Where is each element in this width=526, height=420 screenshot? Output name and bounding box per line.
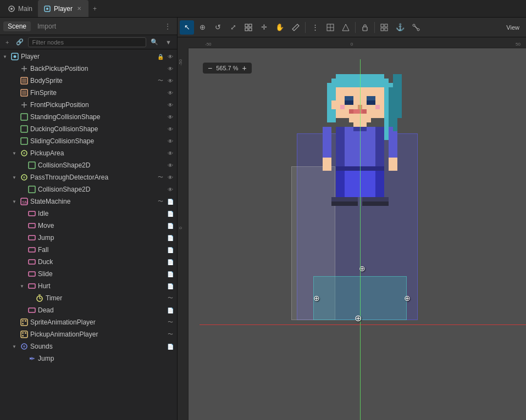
snap1-button[interactable]: ⋮	[308, 20, 322, 35]
left-panel: Scene Import ⋮ + 🔗 🔍 ▼ ▼ Player	[0, 18, 178, 420]
tree-item-passthrough-collision[interactable]: ▶ CollisionShape2D 👁	[0, 183, 177, 195]
tree-item-duck[interactable]: ▶ Duck 📄	[0, 256, 177, 268]
pivot-button[interactable]: ✛	[257, 20, 271, 35]
select-tool-button[interactable]: ↖	[180, 20, 194, 35]
zoom-out-button[interactable]: −	[206, 64, 214, 72]
tree-label-statemachine: StateMachine	[30, 198, 156, 205]
panel-tab-scene[interactable]: Scene	[3, 21, 31, 31]
tree-item-idle[interactable]: ▶ Idle 📄	[0, 208, 177, 220]
eye-icon-pickuparea[interactable]: 👁	[166, 149, 175, 158]
tree-item-slide[interactable]: ▶ Slide 📄	[0, 268, 177, 280]
bone-button[interactable]	[409, 20, 423, 35]
tab-player[interactable]: Player ✕	[38, 0, 88, 17]
filter-input[interactable]	[28, 37, 146, 47]
tree-item-pickuparea[interactable]: ▼ PickupArea 👁	[0, 147, 177, 159]
eye-icon-ducking[interactable]: 👁	[166, 125, 175, 133]
vis1-button[interactable]	[377, 20, 391, 35]
svg-rect-15	[21, 126, 27, 132]
expand-sounds[interactable]: ▼	[10, 343, 18, 350]
panel-menu-icon[interactable]: ⋮	[162, 21, 174, 31]
script-icon-duck: 📄	[166, 257, 175, 266]
eye-icon-bodysprite[interactable]: 👁	[166, 76, 175, 85]
tree-label-dead: Dead	[38, 306, 166, 314]
scale-tool-button[interactable]: ⤢	[226, 20, 240, 35]
icon-backpickup	[20, 64, 29, 73]
tree-item-statemachine[interactable]: ▼ SM StateMachine 〜 📄	[0, 195, 177, 208]
view-button[interactable]: View	[502, 23, 524, 32]
tree-item-standingcollision[interactable]: ▶ StandingCollisionShape 👁	[0, 111, 177, 123]
snap2-button[interactable]	[323, 20, 337, 35]
eye-icon-passthrough[interactable]: 👁	[166, 173, 175, 182]
tree-item-fall[interactable]: ▶ Fall 📄	[0, 244, 177, 256]
expand-hurt[interactable]: ▼	[18, 282, 26, 290]
svg-rect-40	[22, 323, 24, 324]
tree-item-backpickup[interactable]: ▶ BackPickupPosition 👁	[0, 63, 177, 75]
handle-left[interactable]: ⊕	[313, 294, 320, 303]
pan-tool-button[interactable]: ✋	[272, 20, 287, 35]
svg-point-21	[23, 176, 25, 178]
script-icon-jump: 📄	[166, 233, 175, 242]
eye-icon-pickup-col[interactable]: 👁	[166, 161, 175, 170]
zoom-in-button[interactable]: +	[241, 64, 248, 72]
svg-rect-16	[21, 138, 27, 144]
expand-pickuparea[interactable]: ▼	[10, 149, 18, 157]
tree-item-passthrough[interactable]: ▼ PassThroughDetectorArea 〜 👁	[0, 171, 177, 183]
tab-main-label: Main	[18, 5, 32, 13]
tree-item-pickupanimation[interactable]: ▶ PickupAnimationPlayer 〜	[0, 328, 177, 340]
expand-statemachine[interactable]: ▼	[10, 198, 18, 205]
tree-item-timer[interactable]: ▶ Timer 〜	[0, 292, 177, 304]
tree-item-jump[interactable]: ▶ Jump 📄	[0, 232, 177, 244]
tree-item-move[interactable]: ▶ Move 📄	[0, 220, 177, 232]
ruler-tool-button[interactable]	[289, 20, 303, 35]
icon-pickupanimation	[20, 330, 29, 339]
move-tool-button[interactable]: ⊕	[195, 20, 209, 35]
svg-rect-27	[29, 236, 35, 240]
icon-passthrough	[20, 173, 29, 182]
tab-add-button[interactable]: +	[88, 3, 101, 15]
filter-options-button[interactable]: ▼	[163, 37, 174, 47]
crosshair-horizontal	[200, 324, 526, 325]
lock-icon: 🔒	[156, 52, 165, 61]
eye-icon-passthrough-col[interactable]: 👁	[166, 185, 175, 194]
tree-item-frontpickup[interactable]: ▶ FrontPickupPosition 👁	[0, 99, 177, 111]
icon-player	[10, 52, 19, 61]
tree-item-jump-sound[interactable]: ▶ Jump	[0, 352, 177, 365]
script-icon-slide: 📄	[166, 270, 175, 278]
search-button[interactable]: 🔍	[148, 37, 161, 47]
tab-main[interactable]: Main	[2, 0, 38, 17]
tree-label-jump: Jump	[38, 234, 166, 242]
eye-icon-sliding[interactable]: 👁	[166, 137, 175, 145]
tree-item-sounds[interactable]: ▼ Sounds 📄	[0, 340, 177, 352]
panel-tab-import[interactable]: Import	[33, 21, 60, 31]
eye-icon-backpickup[interactable]: 👁	[166, 64, 175, 73]
transform-button[interactable]	[241, 20, 256, 35]
icon-fall	[27, 245, 36, 254]
tree-item-player[interactable]: ▼ Player 🔒 👁	[0, 51, 177, 63]
expand-player[interactable]: ▼	[1, 53, 9, 60]
eye-icon-player[interactable]: 👁	[166, 52, 175, 61]
tree-item-dead[interactable]: ▶ Dead 📄	[0, 304, 177, 316]
zoom-level: 565.7 %	[216, 65, 238, 71]
tree-label-sounds: Sounds	[30, 343, 166, 350]
tab-player-close[interactable]: ✕	[75, 5, 83, 12]
tree-item-finsprite[interactable]: ▶ FinSprite 👁	[0, 87, 177, 99]
expand-passthrough[interactable]: ▼	[10, 173, 18, 181]
anchor-button[interactable]: ⚓	[392, 20, 408, 35]
lock-button[interactable]	[358, 20, 372, 35]
link-button[interactable]: 🔗	[13, 37, 26, 47]
add-node-button[interactable]: +	[3, 37, 12, 47]
svg-point-3	[46, 8, 48, 10]
move-handle[interactable]: ⊕	[355, 313, 362, 323]
tree-item-bodysprite[interactable]: ▶ BodySprite 〜 👁	[0, 75, 177, 87]
tree-item-pickup-collision[interactable]: ▶ CollisionShape2D 👁	[0, 159, 177, 171]
tree-item-slidingcollision[interactable]: ▶ SlidingCollisionShape 👁	[0, 135, 177, 147]
tree-item-duckingcollision[interactable]: ▶ DuckingCollisionShape 👁	[0, 123, 177, 135]
eye-icon-standing[interactable]: 👁	[166, 113, 175, 121]
snap3-button[interactable]	[339, 20, 353, 35]
eye-icon-frontpickup[interactable]: 👁	[166, 100, 175, 109]
tree-item-hurt[interactable]: ▼ Hurt 📄	[0, 280, 177, 292]
tree-item-spriteanimation[interactable]: ▶ SpriteAnimationPlayer 〜	[0, 316, 177, 328]
eye-icon-finsprite[interactable]: 👁	[166, 88, 175, 97]
rotate-tool-button[interactable]: ↺	[211, 20, 225, 35]
handle-right[interactable]: ⊕	[404, 294, 411, 303]
